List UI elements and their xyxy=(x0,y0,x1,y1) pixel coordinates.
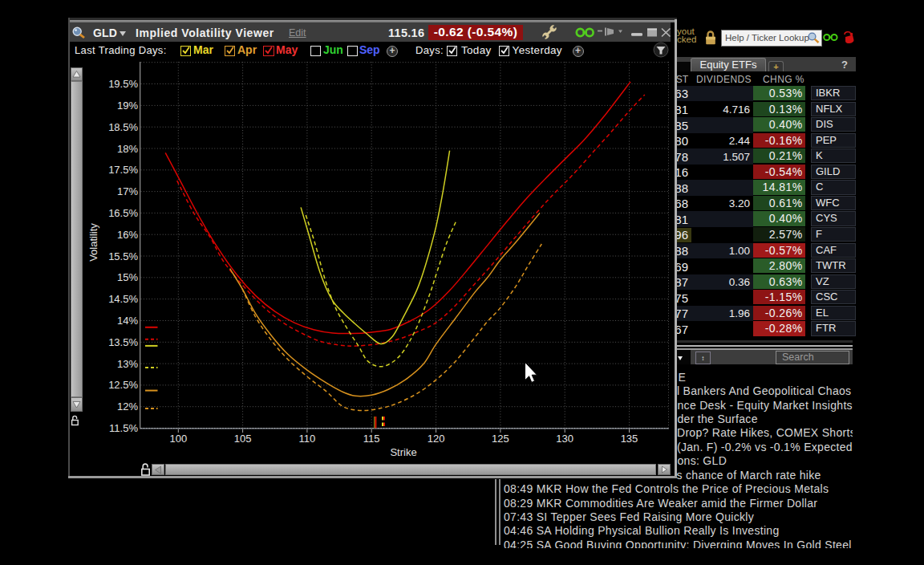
svg-text:19%: 19% xyxy=(117,100,138,112)
svg-text:16%: 16% xyxy=(117,229,138,241)
svg-text:16.5%: 16.5% xyxy=(108,207,138,219)
svg-text:15.5%: 15.5% xyxy=(108,250,138,262)
svg-text:120: 120 xyxy=(428,433,445,445)
svg-text:14.5%: 14.5% xyxy=(108,293,138,305)
svg-text:13.5%: 13.5% xyxy=(108,336,138,348)
svg-text:100: 100 xyxy=(169,433,187,445)
svg-text:14%: 14% xyxy=(117,315,138,327)
svg-text:12.5%: 12.5% xyxy=(108,379,138,391)
svg-text:105: 105 xyxy=(234,433,252,445)
svg-text:Strike: Strike xyxy=(390,446,416,458)
svg-text:Volatility: Volatility xyxy=(87,223,99,262)
svg-text:19.5%: 19.5% xyxy=(108,78,138,90)
svg-text:15%: 15% xyxy=(117,271,138,283)
svg-text:13%: 13% xyxy=(117,358,138,370)
svg-text:115: 115 xyxy=(363,433,380,445)
svg-text:12%: 12% xyxy=(117,400,138,413)
svg-text:11.5%: 11.5% xyxy=(109,422,138,434)
svg-text:17%: 17% xyxy=(117,185,138,197)
svg-text:125: 125 xyxy=(492,433,509,445)
svg-text:110: 110 xyxy=(299,433,316,445)
svg-text:130: 130 xyxy=(556,433,573,445)
svg-text:17.5%: 17.5% xyxy=(108,164,138,176)
svg-text:18%: 18% xyxy=(117,143,138,155)
svg-text:135: 135 xyxy=(621,433,638,445)
svg-text:18.5%: 18.5% xyxy=(108,121,138,133)
